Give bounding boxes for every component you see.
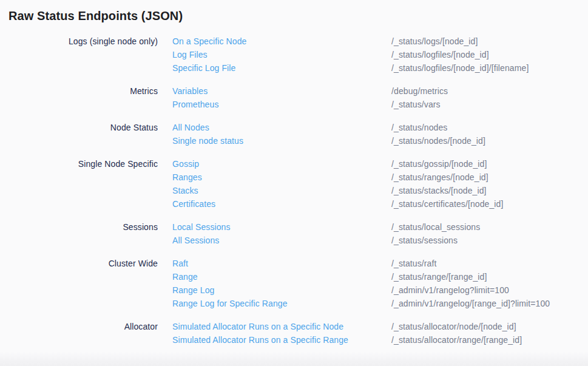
endpoint-path: /_status/gossip/[node_id] bbox=[391, 157, 580, 171]
category-label: Allocator bbox=[8, 320, 158, 333]
endpoint-link[interactable]: Ranges bbox=[172, 172, 202, 182]
endpoint-link[interactable]: Prometheus bbox=[172, 100, 218, 109]
category-label: Sessions bbox=[8, 220, 158, 234]
endpoint-path: /_status/certificates/[node_id] bbox=[391, 197, 580, 211]
endpoint-link-cell: Ranges bbox=[172, 171, 377, 184]
endpoint-row: Prometheus /_status/vars bbox=[8, 98, 580, 111]
category-label bbox=[8, 283, 158, 297]
endpoint-row: Certificates /_status/certificates/[node… bbox=[8, 197, 580, 211]
endpoint-link-cell: All Nodes bbox=[172, 121, 377, 134]
category-label bbox=[8, 134, 158, 147]
endpoint-row: Range Log for Specific Range /_admin/v1/… bbox=[8, 297, 580, 310]
category-label bbox=[8, 297, 158, 310]
endpoint-row: Single node status /_status/nodes/[node_… bbox=[8, 134, 580, 147]
endpoint-row: Sessions Local Sessions /_status/local_s… bbox=[8, 220, 580, 234]
endpoint-link[interactable]: Local Sessions bbox=[172, 222, 231, 232]
endpoint-row: Range /_status/range/[range_id] bbox=[8, 270, 580, 283]
endpoint-link-cell: Prometheus bbox=[172, 98, 377, 111]
endpoint-link-cell: Range Log bbox=[172, 283, 377, 297]
debug-page: Raw Status Endpoints (JSON) Logs (single… bbox=[0, 0, 588, 347]
endpoint-path: /_status/nodes bbox=[391, 121, 580, 134]
endpoint-link[interactable]: Single node status bbox=[172, 136, 243, 146]
category-label: Single Node Specific bbox=[8, 157, 158, 171]
endpoint-link[interactable]: All Sessions bbox=[172, 236, 219, 245]
endpoint-link-cell: Range Log for Specific Range bbox=[172, 297, 377, 310]
endpoints-table: Logs (single node only) On a Specific No… bbox=[8, 35, 580, 347]
category-label bbox=[8, 184, 158, 197]
endpoint-path: /_status/logfiles/[node_id]/[filename] bbox=[391, 61, 580, 75]
endpoint-link[interactable]: Simulated Allocator Runs on a Specific N… bbox=[172, 322, 343, 331]
category-label bbox=[8, 98, 158, 111]
endpoint-path: /debug/metrics bbox=[391, 84, 580, 98]
endpoint-link-cell: Local Sessions bbox=[172, 220, 377, 234]
endpoint-link-cell: Stacks bbox=[172, 184, 377, 197]
category-label bbox=[8, 197, 158, 211]
endpoint-link-cell: Gossip bbox=[172, 157, 377, 171]
endpoint-link-cell: Log Files bbox=[172, 48, 377, 61]
endpoint-path: /_status/stacks/[node_id] bbox=[391, 184, 580, 197]
endpoint-path: /_status/ranges/[node_id] bbox=[391, 171, 580, 184]
category-label: Metrics bbox=[8, 84, 158, 98]
category-label bbox=[8, 61, 158, 75]
endpoint-link[interactable]: Variables bbox=[172, 86, 208, 96]
category-label: Logs (single node only) bbox=[8, 35, 158, 48]
endpoint-row: Simulated Allocator Runs on a Specific R… bbox=[8, 333, 580, 347]
endpoint-row: Log Files /_status/logfiles/[node_id] bbox=[8, 48, 580, 61]
endpoint-path: /_status/range/[range_id] bbox=[391, 270, 580, 283]
endpoint-link[interactable]: Gossip bbox=[172, 159, 199, 169]
endpoint-row: Logs (single node only) On a Specific No… bbox=[8, 35, 580, 48]
endpoint-link-cell: Simulated Allocator Runs on a Specific R… bbox=[172, 333, 377, 347]
endpoint-row: Ranges /_status/ranges/[node_id] bbox=[8, 171, 580, 184]
endpoint-path: /_status/logs/[node_id] bbox=[391, 35, 580, 48]
endpoint-link-cell: Specific Log File bbox=[172, 61, 377, 75]
endpoint-path: /_status/allocator/node/[node_id] bbox=[391, 320, 580, 333]
page-title: Raw Status Endpoints (JSON) bbox=[8, 8, 580, 24]
endpoint-path: /_admin/v1/rangelog/[range_id]?limit=100 bbox=[391, 297, 580, 310]
endpoint-link-cell: Range bbox=[172, 270, 377, 283]
endpoint-link-cell: Raft bbox=[172, 257, 377, 270]
endpoint-path: /_status/local_sessions bbox=[391, 220, 580, 234]
endpoint-link-cell: Simulated Allocator Runs on a Specific N… bbox=[172, 320, 377, 333]
endpoint-row: All Sessions /_status/sessions bbox=[8, 234, 580, 247]
endpoint-link[interactable]: Stacks bbox=[172, 186, 198, 195]
endpoint-row: Metrics Variables /debug/metrics bbox=[8, 84, 580, 98]
endpoint-link-cell: Variables bbox=[172, 84, 377, 98]
endpoint-link[interactable]: Simulated Allocator Runs on a Specific R… bbox=[172, 335, 348, 345]
endpoint-row: Specific Log File /_status/logfiles/[nod… bbox=[8, 61, 580, 75]
category-label: Node Status bbox=[8, 121, 158, 134]
endpoint-link[interactable]: Specific Log File bbox=[172, 63, 235, 73]
endpoint-path: /_status/sessions bbox=[391, 234, 580, 247]
endpoint-link[interactable]: On a Specific Node bbox=[172, 36, 246, 46]
endpoint-link-cell: All Sessions bbox=[172, 234, 377, 247]
endpoint-link[interactable]: Range bbox=[172, 272, 198, 282]
endpoint-link[interactable]: All Nodes bbox=[172, 123, 209, 132]
endpoint-link-cell: Single node status bbox=[172, 134, 377, 147]
endpoint-link[interactable]: Raft bbox=[172, 259, 188, 268]
endpoint-link-cell: Certificates bbox=[172, 197, 377, 211]
endpoint-row: Stacks /_status/stacks/[node_id] bbox=[8, 184, 580, 197]
endpoint-row: Range Log /_admin/v1/rangelog?limit=100 bbox=[8, 283, 580, 297]
category-label bbox=[8, 234, 158, 247]
category-label bbox=[8, 171, 158, 184]
endpoint-path: /_status/allocator/range/[range_id] bbox=[391, 333, 580, 347]
endpoint-row: Node Status All Nodes /_status/nodes bbox=[8, 121, 580, 134]
endpoint-link-cell: On a Specific Node bbox=[172, 35, 377, 48]
endpoint-path: /_status/logfiles/[node_id] bbox=[391, 48, 580, 61]
endpoint-link[interactable]: Certificates bbox=[172, 199, 215, 209]
endpoint-link[interactable]: Log Files bbox=[172, 50, 208, 59]
endpoint-link[interactable]: Range Log bbox=[172, 285, 214, 295]
endpoint-path: /_status/vars bbox=[391, 98, 580, 111]
endpoint-row: Single Node Specific Gossip /_status/gos… bbox=[8, 157, 580, 171]
endpoint-path: /_admin/v1/rangelog?limit=100 bbox=[391, 283, 580, 297]
endpoint-row: Cluster Wide Raft /_status/raft bbox=[8, 257, 580, 270]
endpoint-path: /_status/raft bbox=[391, 257, 580, 270]
endpoint-row: Allocator Simulated Allocator Runs on a … bbox=[8, 320, 580, 333]
category-label bbox=[8, 333, 158, 347]
endpoint-link[interactable]: Range Log for Specific Range bbox=[172, 299, 288, 308]
endpoint-path: /_status/nodes/[node_id] bbox=[391, 134, 580, 147]
category-label: Cluster Wide bbox=[8, 257, 158, 270]
category-label bbox=[8, 270, 158, 283]
category-label bbox=[8, 48, 158, 61]
